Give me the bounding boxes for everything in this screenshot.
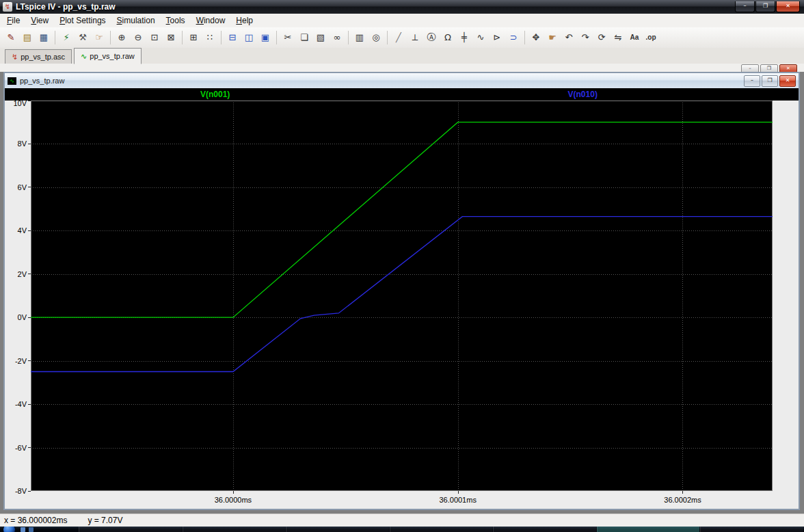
close-button[interactable]: ✕	[776, 1, 800, 12]
label-net-icon[interactable]: Ⓐ	[424, 30, 439, 45]
start-button[interactable]	[3, 527, 16, 532]
plot-pane: V(n001)V(n010) 10V8V6V4V2V0V-2V-4V-6V-8V…	[5, 88, 799, 509]
toolbar-separator	[221, 31, 222, 44]
waveform-window-icon: ∿	[8, 77, 16, 85]
y-tick-label: 4V	[18, 226, 27, 235]
text-icon[interactable]: Aa	[627, 30, 642, 45]
mirror-icon[interactable]: ⇋	[611, 30, 626, 45]
copy-icon[interactable]: ❏	[297, 30, 312, 45]
mark-data-points-icon[interactable]: ∷	[202, 30, 217, 45]
right-margin	[773, 101, 799, 491]
toolbar: ✎▤▦⚡⚒☞⊕⊖⊡⊠⊞∷⊟◫▣✂❏▧∞▥◎╱⟂ⒶΩ╪∿⊳⊃✥☛↶↷⟳⇋Aa.op	[0, 27, 804, 49]
minimize-button[interactable]: –	[735, 1, 755, 12]
y-tick-label: -2V	[15, 357, 27, 365]
save-icon[interactable]: ▦	[36, 30, 51, 45]
find-icon[interactable]: ∞	[330, 30, 345, 45]
waveform-window-title-bar: ∿ pp_vs_tp.raw – ❐ ✕	[5, 73, 799, 89]
pan-icon[interactable]: ☞	[92, 30, 107, 45]
y-tick-label: 10V	[13, 99, 27, 107]
move-icon[interactable]: ✥	[528, 30, 544, 45]
waveform-window-title: pp_vs_tp.raw	[20, 77, 64, 85]
maximize-button[interactable]: ❐	[755, 1, 775, 12]
zoom-out-icon[interactable]: ⊖	[131, 30, 146, 45]
x-axis-labels: 36.0000ms36.0001ms36.0002ms	[5, 491, 799, 509]
taskbar	[0, 527, 804, 532]
quick-launch-icon[interactable]	[29, 527, 34, 532]
status-bar: x = 36.000002ms y = 7.07V	[0, 514, 804, 527]
component-icon[interactable]: ⊃	[506, 30, 521, 45]
plot-border	[31, 101, 773, 491]
zoom-area-icon[interactable]: ⊡	[147, 30, 162, 45]
trace-V(n010)[interactable]	[31, 217, 773, 372]
inductor-icon[interactable]: ∿	[473, 30, 488, 45]
task-button[interactable]	[390, 527, 493, 532]
ltspice-window: ↯ LTspice IV - pp_vs_tp.raw – ❐ ✕ FileVi…	[0, 0, 804, 532]
legend-V(n001)[interactable]: V(n001)	[200, 90, 230, 99]
tile-vertically-icon[interactable]: ◫	[241, 30, 256, 45]
menu-window[interactable]: Window	[191, 14, 231, 27]
y-axis-labels: 10V8V6V4V2V0V-2V-4V-6V-8V	[5, 101, 31, 491]
taskbar-buttons	[79, 527, 804, 532]
task-button[interactable]	[493, 527, 596, 532]
tile-horizontally-icon[interactable]: ⊟	[225, 30, 240, 45]
open-icon[interactable]: ▤	[20, 30, 35, 45]
quick-launch-icon[interactable]	[21, 527, 25, 532]
window-controls: – ❐ ✕	[734, 1, 800, 12]
toolbar-separator	[182, 31, 183, 44]
menu-file[interactable]: File	[1, 14, 25, 27]
control-panel-icon[interactable]: ⚒	[75, 30, 90, 45]
schematic-icon: ↯	[12, 53, 18, 62]
waveform-minimize-button[interactable]: –	[744, 75, 760, 87]
menu-simulation[interactable]: Simulation	[111, 14, 161, 27]
waveform-icon: ∿	[81, 52, 87, 61]
x-tick-mark	[233, 491, 234, 494]
toolbar-separator	[387, 31, 388, 44]
x-tick-mark	[458, 491, 459, 494]
x-tick-label: 36.0002ms	[655, 496, 710, 504]
tab-pp_vs_tp.asc[interactable]: ↯pp_vs_tp.asc	[5, 49, 72, 64]
menu-plot-settings[interactable]: Plot Settings	[54, 14, 111, 27]
print-preview-icon[interactable]: ◎	[368, 30, 384, 45]
paste-icon[interactable]: ▧	[313, 30, 328, 45]
redo-icon[interactable]: ↷	[578, 30, 593, 45]
capacitor-icon[interactable]: ╪	[457, 30, 472, 45]
ground-icon[interactable]: ⟂	[407, 30, 423, 45]
trace-V(n001)[interactable]	[31, 122, 773, 318]
waveform-svg[interactable]	[31, 101, 773, 491]
print-icon[interactable]: ▥	[352, 30, 367, 45]
drag-icon[interactable]: ☛	[545, 30, 560, 45]
task-button[interactable]	[183, 527, 286, 532]
task-button[interactable]	[700, 527, 803, 532]
menu-help[interactable]: Help	[230, 14, 258, 27]
spice-directive-icon[interactable]: .op	[643, 30, 658, 45]
task-button[interactable]	[286, 527, 389, 532]
plot-area[interactable]	[31, 101, 773, 491]
waveform-maximize-button[interactable]: ❐	[762, 75, 778, 87]
grid-icon[interactable]: ⊞	[186, 30, 201, 45]
toolbar-separator	[55, 31, 55, 44]
waveform-close-button[interactable]: ✕	[779, 75, 796, 87]
task-button[interactable]	[79, 527, 182, 532]
cascade-windows-icon[interactable]: ▣	[258, 30, 273, 45]
wire-icon[interactable]: ╱	[391, 30, 406, 45]
cut-icon[interactable]: ✂	[280, 30, 295, 45]
rotate-icon[interactable]: ⟳	[594, 30, 609, 45]
new-schematic-icon[interactable]: ✎	[3, 30, 18, 45]
menu-tools[interactable]: Tools	[161, 14, 191, 27]
resistor-icon[interactable]: Ω	[440, 30, 455, 45]
undo-icon[interactable]: ↶	[561, 30, 576, 45]
diode-icon[interactable]: ⊳	[490, 30, 505, 45]
tab-label: pp_vs_tp.asc	[21, 53, 65, 61]
zoom-in-icon[interactable]: ⊕	[114, 30, 129, 45]
run-icon[interactable]: ⚡	[59, 30, 74, 45]
legend-V(n010)[interactable]: V(n010)	[568, 90, 598, 99]
task-button[interactable]	[597, 527, 700, 532]
y-tick-label: 6V	[18, 183, 27, 191]
mdi-strip: –❐✕	[0, 64, 804, 72]
waveform-window: ∿ pp_vs_tp.raw – ❐ ✕ V(n001)V(n010) 10V8…	[3, 72, 800, 510]
x-tick-label: 36.0000ms	[206, 496, 260, 504]
menu-view[interactable]: View	[25, 14, 54, 27]
tab-pp_vs_tp.raw[interactable]: ∿pp_vs_tp.raw	[74, 48, 142, 64]
zoom-full-extents-icon[interactable]: ⊠	[163, 30, 178, 45]
y-tick-label: -6V	[15, 444, 27, 452]
